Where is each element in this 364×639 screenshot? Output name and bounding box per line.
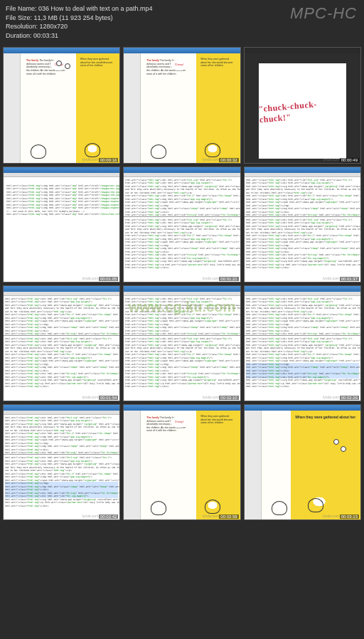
app-sidebar	[124, 53, 141, 162]
chick-icon	[341, 446, 346, 452]
lynda-watermark: lynda.com	[203, 276, 219, 280]
book-right-page: When they were gathered about her	[291, 411, 360, 519]
app-sidebar	[124, 411, 141, 519]
book-left-page: Cheep! The family The family loved her d…	[141, 411, 196, 519]
timestamp: 00:02:10	[219, 396, 238, 400]
filesize-label: File Size:	[6, 14, 32, 21]
resolution-label: Resolution:	[6, 23, 38, 30]
timestamp: 00:01:05	[99, 277, 118, 281]
thumbnail-1[interactable]: Cheep! The family The family loved her d…	[123, 47, 240, 163]
info-duration: Duration: 00:03:31	[6, 31, 358, 41]
book-right-page: When they were gathered about her she wo…	[76, 53, 119, 162]
timestamp: 00:00:49	[340, 158, 359, 162]
book-left-page: Cheep! The family The family loved her d…	[141, 53, 196, 162]
code-pane-top[interactable]: html-attr">class="html-tag"><div html-at…	[124, 177, 240, 217]
info-resolution: Resolution: 1280x720	[6, 22, 358, 31]
code-pane-bottom[interactable]: html-attr">class="html-tag"><div html-at…	[245, 217, 360, 282]
thumbnail-6[interactable]: html-attr">class="html-tag"><div html-at…	[3, 285, 120, 401]
timestamp: 00:02:42	[99, 514, 118, 519]
book-left-page: Cheep! The family The family loved her d…	[21, 53, 76, 162]
app-sidebar	[4, 53, 21, 162]
code-pane-bottom[interactable]: html-attr">class="html-tag"><div html-at…	[4, 336, 119, 401]
thumbnail-0[interactable]: Cheep! The family The family loved her d…	[3, 47, 120, 163]
filename-value: 036 How to deal with text on a path.mp4	[38, 5, 153, 12]
book-spread: Cheep! The family The family loved her d…	[4, 53, 119, 162]
opening-red: The family	[146, 416, 159, 419]
hen-illustration	[28, 142, 49, 159]
book-right-page: When they were gathered about her she wo…	[196, 411, 240, 519]
book-left-page	[262, 411, 291, 519]
filesize-value: 11,3 MB (11 923 254 bytes)	[34, 14, 113, 21]
thumbnail-9[interactable]: html-attr">class="html-tag"><div html-at…	[3, 404, 120, 520]
lynda-watermark: lynda.com	[203, 395, 219, 399]
thumbnail-4[interactable]: html-attr">class="html-tag"><div html-at…	[123, 167, 240, 282]
thumbnail-grid: Cheep! The family The family loved her d…	[0, 44, 364, 639]
window-titlebar	[4, 167, 119, 173]
window-titlebar	[124, 48, 240, 53]
lynda-watermark: lynda.com	[82, 276, 99, 280]
thumbnail-7[interactable]: html-attr">class="html-tag"><div html-at…	[123, 285, 240, 401]
headline-text: When they were gathered about her	[295, 415, 356, 420]
thumbnail-2[interactable]: "chuck-chuck-chuck!" lynda.com 00:00:49	[244, 47, 361, 163]
timestamp: 00:03:15	[340, 514, 359, 519]
right-text: When they were gathered about her she wo…	[200, 58, 235, 68]
window-titlebar	[245, 286, 360, 292]
code-pane-bottom[interactable]: html-attr">class="html-tag"><div html-at…	[124, 217, 240, 282]
book-spread: Cheep! The family The family loved her d…	[124, 411, 240, 519]
speech-bubble: Cheep!	[171, 416, 188, 428]
code-editor[interactable]: html-attr">class="html-tag"><img html-at…	[4, 177, 119, 282]
hen-illustration	[305, 491, 333, 512]
window-titlebar	[4, 405, 119, 411]
code-pane-top[interactable]: html-attr">class="html-tag"><div html-at…	[245, 177, 360, 217]
lynda-watermark: lynda.com	[323, 514, 339, 518]
canvas: "chuck-chuck-chuck!"	[259, 63, 346, 158]
code-pane-top[interactable]: html-attr">class="html-tag"><div html-at…	[124, 296, 240, 336]
window-titlebar	[124, 167, 240, 173]
thumbnail-8[interactable]: html-attr">class="html-tag"><div html-at…	[244, 285, 361, 401]
timestamp: 00:00:16	[99, 158, 118, 162]
thumbnail-5[interactable]: html-attr">class="html-tag"><div html-at…	[244, 167, 361, 282]
window-titlebar	[245, 405, 360, 411]
path-text: "chuck-chuck-chuck!"	[258, 97, 347, 126]
hen-illustration	[202, 497, 223, 514]
code-pane-top[interactable]: html-attr">class="html-tag"><div html-at…	[4, 415, 119, 455]
resolution-value: 1280x720	[40, 23, 68, 30]
lynda-watermark: lynda.com	[323, 395, 339, 399]
code-pane-top[interactable]: html-attr">class="html-tag"><div html-at…	[245, 296, 360, 336]
photoshop-window: "chuck-chuck-chuck!"	[245, 53, 360, 162]
lynda-watermark: lynda.com	[82, 157, 99, 162]
timestamp: 00:00:32	[219, 158, 238, 162]
lynda-watermark: lynda.com	[203, 514, 219, 518]
app-watermark: MPC-HC	[290, 4, 357, 23]
code-pane-bottom[interactable]: html-attr">class="html-tag"><div html-at…	[4, 455, 119, 520]
thumbnail-11[interactable]: When they were gathered about her lynda.…	[244, 404, 361, 520]
lynda-watermark: lynda.com	[82, 395, 99, 399]
opening-red: The family	[146, 59, 159, 62]
code-pane-bottom[interactable]: html-attr">class="html-tag"><div html-at…	[245, 336, 360, 401]
code-pane-bottom[interactable]: html-attr">class="html-tag"><div html-at…	[124, 336, 240, 401]
window-titlebar	[124, 286, 240, 292]
thumbnail-3[interactable]: html-attr">class="html-tag"><img html-at…	[3, 167, 120, 282]
duration-value: 00:03:31	[33, 32, 58, 39]
hen-illustration	[202, 140, 223, 157]
code-pane-top[interactable]: html-attr">class="html-tag"><div html-at…	[4, 296, 119, 336]
window-titlebar	[245, 167, 360, 173]
timestamp: 00:01:21	[219, 277, 238, 281]
chick-icon	[333, 439, 339, 445]
window-titlebar	[4, 48, 119, 53]
book-right-page: When they were gathered about her she wo…	[196, 53, 240, 162]
hen-illustration	[82, 140, 103, 157]
window-titlebar	[4, 286, 119, 292]
timestamp: 00:02:26	[340, 396, 359, 400]
lynda-watermark: lynda.com	[82, 514, 99, 518]
timestamp: 00:01:37	[340, 277, 359, 281]
book-spread: When they were gathered about her	[245, 411, 360, 519]
book-spread: Cheep! The family The family loved her d…	[124, 53, 240, 162]
lynda-watermark: lynda.com	[203, 157, 219, 162]
timestamp: 00:01:54	[99, 396, 118, 400]
opening-red: The family	[26, 59, 38, 62]
window-titlebar	[245, 48, 360, 53]
thumbnail-10[interactable]: Cheep! The family The family loved her d…	[123, 404, 240, 520]
right-text: When they were gathered about her she wo…	[200, 415, 235, 425]
hen-illustration	[148, 498, 169, 515]
